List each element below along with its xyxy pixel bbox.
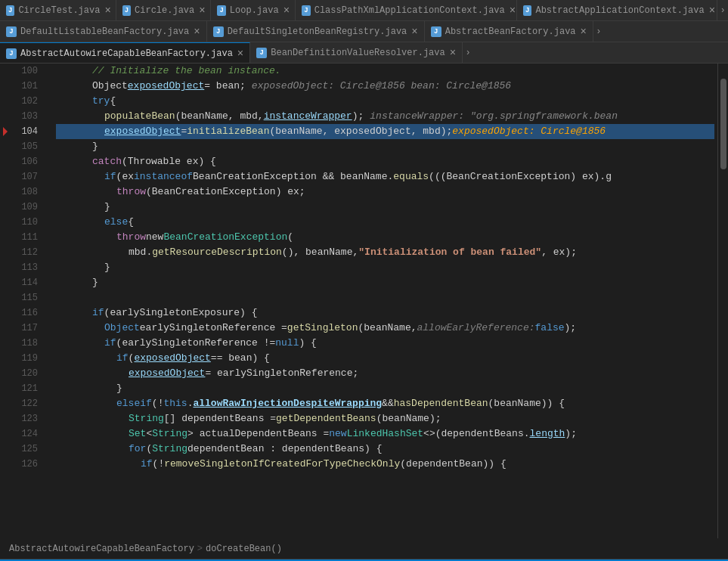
line-number: 110 (14, 215, 44, 230)
tab-scroll-indicator[interactable]: › (463, 42, 473, 63)
token-var-field: allowRawInjectionDespiteWrapping (193, 396, 382, 411)
line-number: 122 (14, 396, 44, 411)
tab-label: AbstractAutowireCapableBeanFactory.java (20, 48, 233, 59)
line-number: 121 (14, 381, 44, 396)
token-kw: if (104, 336, 116, 351)
token-plain: = (181, 124, 187, 139)
token-var-local: exposedObject (134, 351, 210, 366)
code-line: } (56, 139, 714, 154)
close-tab-icon[interactable]: × (581, 26, 587, 37)
code-line: } (56, 260, 714, 275)
code-line: exposedObject = earlySingletonReference; (56, 366, 714, 381)
line-number: 101 (14, 79, 44, 94)
token-method: initializeBean (187, 124, 269, 139)
java-file-icon: J (6, 26, 17, 37)
java-file-icon: J (431, 26, 441, 37)
marker-line (0, 169, 14, 184)
tab-label: ClassPathXmlApplicationContext.java (314, 5, 505, 16)
tab-AbstractBeanFactory-java[interactable]: JAbstractBeanFactory.java× (425, 21, 593, 42)
java-file-icon: J (256, 48, 267, 58)
token-plain: . (187, 396, 194, 411)
close-tab-icon[interactable]: × (104, 5, 110, 16)
marker-line (0, 184, 14, 200)
token-type: Set (129, 426, 146, 442)
token-plain: } (92, 139, 98, 154)
tab-AbstractApplicationContext-java[interactable]: JAbstractApplicationContext.java× (517, 0, 717, 21)
close-tab-icon[interactable]: × (283, 5, 290, 16)
marker-line (0, 305, 14, 321)
code-line: else { (56, 215, 714, 230)
tab-Circle-java[interactable]: JCircle.java× (116, 0, 212, 21)
line-number: 114 (14, 275, 44, 290)
breadcrumb: AbstractAutowireCapableBeanFactory > doC… (0, 538, 728, 559)
tab-label: DefaultListableBeanFactory.java (20, 26, 189, 37)
close-tab-icon[interactable]: × (199, 5, 205, 16)
token-kw-ctrl: throw (116, 230, 146, 245)
token-plain: } (116, 381, 122, 396)
close-tab-icon[interactable]: × (411, 26, 417, 37)
marker-line (0, 200, 14, 215)
close-tab-icon[interactable]: × (510, 5, 516, 16)
tab-Loop-java[interactable]: JLoop.java× (211, 0, 296, 21)
code-line: try { (56, 94, 714, 109)
breakpoint-indicator (3, 127, 12, 136)
marker-line (0, 275, 14, 290)
line-number: 112 (14, 245, 44, 260)
code-line: if (earlySingletonExposure) { (56, 305, 714, 321)
tab-DefaultListableBeanFactory-java[interactable]: JDefaultListableBeanFactory.java× (0, 21, 207, 42)
line-number: 103 (14, 109, 44, 124)
token-method: getDependentBeans (276, 411, 376, 426)
token-kw: false (535, 321, 565, 336)
token-plain: Object (92, 79, 128, 94)
token-inline-hint: exposedObject: Circle@1856 bean: Circle@… (252, 79, 511, 94)
line-number: 119 (14, 351, 44, 366)
line-number: 125 (14, 442, 44, 457)
tab-ClassPathXmlApplicationContext-java[interactable]: JClassPathXmlApplicationContext.java× (296, 0, 517, 21)
token-plain: ( (146, 442, 152, 457)
java-file-icon: J (122, 5, 131, 16)
token-plain: ) { (299, 336, 316, 351)
token-method: getSingleton (287, 321, 358, 336)
token-plain: = earlySingletonReference; (205, 366, 358, 381)
close-tab-icon[interactable]: × (237, 48, 243, 59)
tab-AbstractAutowireCapableBeanFactory-java[interactable]: JAbstractAutowireCapableBeanFactory.java… (0, 42, 250, 64)
line-number: 118 (14, 336, 44, 351)
marker-line (0, 215, 14, 230)
tab-BeanDefinitionValueResolver-java[interactable]: JBeanDefinitionValueResolver.java× (250, 42, 463, 64)
token-plain: (), beanName, (282, 245, 358, 260)
line-number: 107 (14, 169, 44, 184)
marker-line (0, 64, 14, 79)
tab-bar-row2: JDefaultListableBeanFactory.java×JDefaul… (0, 21, 728, 42)
breakpoint-indicator (3, 67, 11, 75)
breadcrumb-method: doCreateBean() (206, 544, 282, 554)
tab-scroll-indicator[interactable]: › (717, 0, 728, 20)
close-tab-icon[interactable]: × (194, 26, 200, 37)
tab-DefaultSingletonBeanRegistry-java[interactable]: JDefaultSingletonBeanRegistry.java× (207, 21, 425, 42)
marker-line (0, 260, 14, 275)
token-method: getResourceDescription (152, 245, 282, 260)
breakpoint-indicator (3, 370, 11, 377)
scroll-bar[interactable] (717, 64, 728, 538)
breakpoint-indicator (3, 385, 11, 392)
token-plain: > actualDependentBeans = (187, 426, 329, 442)
close-tab-icon[interactable]: × (709, 5, 715, 16)
line-number: 116 (14, 305, 44, 321)
tab-CircleTest-java[interactable]: JCircleTest.java× (0, 0, 116, 21)
close-tab-icon[interactable]: × (450, 48, 456, 58)
tab-bar-row3: JAbstractAutowireCapableBeanFactory.java… (0, 42, 728, 64)
token-kw: new (329, 426, 346, 442)
code-line: if (!removeSingletonIfCreatedForTypeChec… (56, 457, 714, 472)
code-editor[interactable]: // Initialize the bean instance.Object e… (50, 64, 717, 538)
scroll-thumb[interactable] (720, 79, 726, 169)
token-var-local: instanceWrapper (264, 109, 352, 124)
line-number: 117 (14, 321, 44, 336)
code-line: Set<String> actualDependentBeans = new L… (56, 426, 714, 442)
token-plain: } (104, 260, 110, 275)
token-inline-val: exposedObject: Circle@1856 (452, 124, 606, 139)
token-method: equals (393, 169, 429, 184)
tab-label: Circle.java (135, 5, 194, 16)
tab-scroll-indicator[interactable]: › (593, 21, 604, 42)
token-plain: ); (565, 426, 577, 442)
line-numbers-gutter: 1001011021031041051061071081091101111121… (14, 64, 50, 538)
token-plain: <>(dependentBeans. (423, 426, 529, 442)
